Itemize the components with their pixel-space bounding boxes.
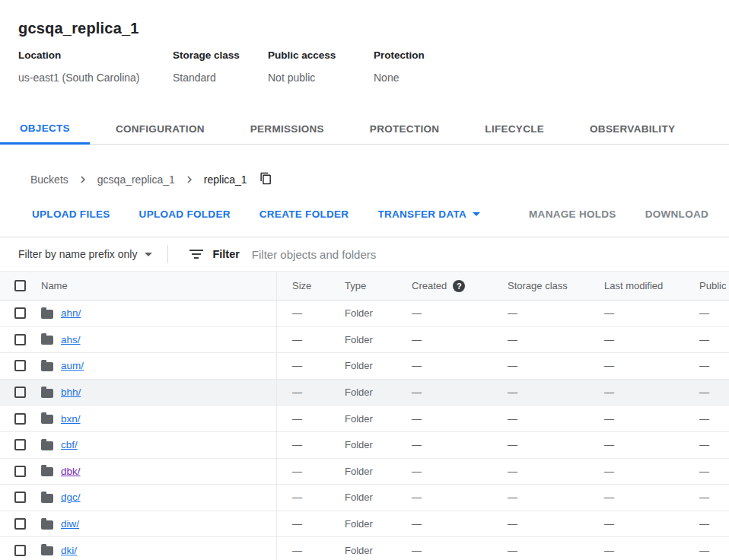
cell-type: Folder [329,439,396,450]
cell-last-modified: — [589,466,684,477]
folder-link[interactable]: aum/ [61,360,84,371]
breadcrumb-item-bucket[interactable]: gcsqa_replica_1 [97,173,175,186]
cell-type: Folder [329,413,396,425]
row-checkbox[interactable] [14,413,26,425]
cell-created: — [396,439,492,450]
cell-public-access: — [684,545,729,556]
copy-path-button[interactable] [258,170,274,189]
cell-size: — [277,439,329,450]
arrow-drop-down-icon [145,253,152,256]
folder-icon [41,389,53,398]
transfer-data-button[interactable]: TRANSFER DATA [368,202,489,225]
help-icon[interactable]: ? [453,280,465,292]
download-button[interactable]: DOWNLOAD [636,202,718,225]
breadcrumb-item-buckets[interactable]: Buckets [30,173,68,186]
meta-storage-class: Storage class Standard [173,48,268,85]
table-header-row: Name Size Type Created ? Storage class L… [0,271,729,301]
cell-type: Folder [329,387,396,398]
cell-last-modified: — [589,492,684,503]
upload-folder-button[interactable]: UPLOAD FOLDER [130,202,240,225]
cell-size: — [277,334,329,345]
folder-link[interactable]: diw/ [61,518,79,530]
objects-table: Name Size Type Created ? Storage class L… [0,271,729,560]
table-row: dbk/ — Folder — — — — [0,459,729,485]
tab-protection[interactable]: PROTECTION [350,114,460,145]
folder-icon [41,336,53,345]
cell-last-modified: — [589,360,684,371]
cell-public-access: — [684,439,729,450]
row-checkbox[interactable] [14,518,26,530]
cell-storage-class: — [492,518,589,530]
create-folder-button[interactable]: CREATE FOLDER [250,202,358,225]
cell-storage-class: — [492,439,589,450]
folder-link[interactable]: dki/ [61,545,77,556]
tab-objects[interactable]: OBJECTS [0,114,90,145]
tab-bar: OBJECTS CONFIGURATION PERMISSIONS PROTEC… [0,114,729,145]
folder-link[interactable]: dbk/ [61,466,81,477]
folder-link[interactable]: bxn/ [61,413,81,425]
cell-public-access: — [684,387,729,398]
folder-icon [41,310,53,319]
page-title: gcsqa_replica_1 [18,19,711,37]
meta-label: Protection [374,48,425,63]
column-header-created: Created ? [396,280,492,292]
cell-size: — [277,307,329,319]
bucket-details-page: gcsqa_replica_1 Location us-east1 (South… [0,0,729,560]
cell-created: — [396,492,492,503]
cell-last-modified: — [589,387,684,398]
row-checkbox[interactable] [14,492,26,503]
folder-link[interactable]: cbf/ [61,439,78,450]
cell-storage-class: — [492,545,589,556]
row-checkbox[interactable] [14,334,26,345]
cell-created: — [396,518,492,530]
table-row: bhh/ — Folder — — — — [0,380,729,406]
cell-created: — [396,387,492,398]
folder-link[interactable]: ahs/ [61,334,81,345]
cell-public-access: — [684,413,729,425]
row-checkbox[interactable] [14,466,26,477]
folder-icon [41,441,53,450]
cell-created: — [396,545,492,556]
filter-scope-select[interactable]: Filter by name prefix only [18,248,152,260]
cell-created: — [396,334,492,345]
upload-files-button[interactable]: UPLOAD FILES [23,202,119,225]
cell-last-modified: — [589,545,684,556]
cell-public-access: — [684,518,729,530]
cell-size: — [277,360,329,371]
cell-storage-class: — [492,466,589,477]
chevron-right-icon [76,173,90,186]
tab-configuration[interactable]: CONFIGURATION [96,114,224,145]
row-checkbox[interactable] [14,545,26,556]
column-header-type: Type [329,280,396,291]
breadcrumb-item-current-folder: replica_1 [204,173,247,186]
select-all-checkbox[interactable] [14,280,26,291]
tab-observability[interactable]: OBSERVABILITY [570,114,695,145]
cell-storage-class: — [492,334,589,345]
cell-type: Folder [329,545,396,556]
row-checkbox[interactable] [14,439,26,450]
table-row: ahn/ — Folder — — — — [0,301,729,327]
row-checkbox[interactable] [14,360,26,371]
folder-link[interactable]: bhh/ [61,387,81,398]
folder-icon [41,494,53,503]
meta-label: Storage class [173,48,268,63]
cell-public-access: — [684,466,729,477]
cell-type: Folder [329,492,396,503]
meta-value: Standard [173,70,268,85]
filter-scope-label: Filter by name prefix only [18,248,137,260]
filter-objects-input[interactable] [252,248,729,261]
cell-last-modified: — [589,413,684,425]
row-checkbox[interactable] [14,387,26,398]
filter-list-icon [189,250,203,259]
folder-link[interactable]: ahn/ [61,307,81,319]
content-copy-icon [259,172,272,187]
meta-label: Location [18,48,173,63]
cell-type: Folder [329,334,396,345]
folder-link[interactable]: dgc/ [61,492,81,503]
row-checkbox[interactable] [14,307,26,319]
manage-holds-button[interactable]: MANAGE HOLDS [520,202,626,225]
cell-type: Folder [329,307,396,319]
tab-lifecycle[interactable]: LIFECYCLE [465,114,564,145]
tab-permissions[interactable]: PERMISSIONS [231,114,344,145]
arrow-drop-down-icon [473,212,480,216]
